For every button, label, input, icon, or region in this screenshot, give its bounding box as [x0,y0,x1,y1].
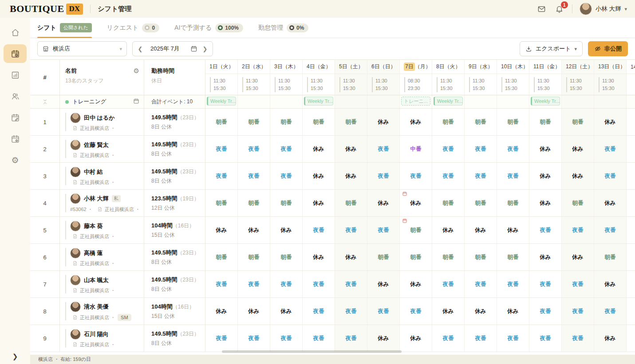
shift-cell[interactable]: 夜番 [205,136,238,162]
shift-cell[interactable]: 夜番 [465,163,497,189]
shift-cell[interactable]: 休み [465,298,497,325]
shift-cell[interactable]: 休み [367,109,400,135]
shift-cell[interactable]: 朝番 [270,190,303,216]
shift-cell[interactable]: 休み [529,190,562,216]
training-day-cell[interactable]: Weekly Tr... [205,95,238,108]
shift-cell[interactable]: 朝番 [400,244,432,270]
training-event-badge[interactable]: Weekly Tr... [434,97,463,106]
next-month-button[interactable]: ❯ [197,42,213,56]
shift-cell[interactable]: 夜番 [367,163,400,189]
shift-cell[interactable]: 休み [303,244,335,270]
employee-name-cell[interactable]: 藤本 葵正社員横浜店 ・ [60,217,144,243]
shift-cell[interactable]: 朝番 [432,190,465,216]
day-column-header[interactable]: 14 [627,60,635,95]
shift-cell[interactable]: 休み [529,136,562,162]
shift-cell[interactable]: 朝番 [529,109,562,135]
shift-cell[interactable]: 休み [562,136,594,162]
shift-cell[interactable]: 休み [303,163,335,189]
shift-cell[interactable]: 夜番 [432,271,465,297]
day-column-header[interactable]: 12日（土）11:3015:30 [562,60,594,95]
shift-cell[interactable]: 休み [594,271,627,297]
shift-cell[interactable]: 夜番 [205,325,238,352]
training-event-badge[interactable]: Weekly Tr... [531,97,560,106]
shift-cell[interactable]: 夜番 [465,136,497,162]
shift-cell[interactable]: 朝番 [465,244,497,270]
training-day-cell[interactable]: Weekly Tr... [529,95,562,108]
shift-cell[interactable]: 休み [335,163,367,189]
day-column-header[interactable]: 2日（水）11:3015:30 [238,60,270,95]
shift-cell[interactable]: 休み [270,217,303,243]
shift-cell[interactable]: 朝番 [562,190,594,216]
shift-cell[interactable]: 朝番 [465,190,497,216]
day-column-header[interactable]: 6日（日）11:3015:30 [367,60,400,95]
day-column-header[interactable]: 13日（日）11:3015:30 [594,60,627,95]
shift-cell[interactable]: 朝番 [303,109,335,135]
shift-cell[interactable]: 夜番 [238,325,270,352]
shift-cell[interactable]: 夜番 [400,298,432,325]
shift-cell[interactable]: 休み [594,190,627,216]
shift-cell[interactable]: 休み [432,298,465,325]
shift-cell[interactable]: 夜番 [594,217,627,243]
shift-cell[interactable]: 夜番 [335,325,367,352]
shift-cell[interactable]: 夜番 [594,298,627,325]
shift-cell[interactable]: 夜番 [432,325,465,352]
employee-name-cell[interactable]: 小林 大輝私#53062 ・正社員横浜店 ・SD [60,190,144,216]
shift-cell[interactable]: 夜番 [335,217,367,243]
training-day-cell[interactable] [367,95,400,108]
shift-cell[interactable]: 休み [594,109,627,135]
shift-cell[interactable]: 夜番 [400,163,432,189]
shift-cell[interactable]: 朝番 [594,244,627,270]
user-menu[interactable]: 小林 大輝 ▾ [580,3,627,15]
shift-cell[interactable]: 朝番 [497,109,529,135]
shift-cell[interactable]: 夜番 [562,298,594,325]
shift-cell[interactable]: 夜番 [270,271,303,297]
shift-cell[interactable]: 夜番 [238,271,270,297]
shift-cell[interactable]: 休み [432,217,465,243]
shift-cell[interactable]: 夜番 [529,325,562,352]
shift-cell[interactable]: 休み [238,217,270,243]
shift-cell[interactable]: 朝番 [205,190,238,216]
shift-cell[interactable]: 夜番 [238,163,270,189]
shift-cell[interactable] [627,190,635,216]
sidebar-item-home[interactable] [4,23,27,42]
shift-cell[interactable]: 朝番 [205,244,238,270]
shift-cell[interactable]: 休み [205,217,238,243]
training-day-cell[interactable]: Weekly Tr... [432,95,465,108]
day-column-header[interactable]: 1日（火）11:3015:30 [205,60,238,95]
shift-cell[interactable]: 夜番 [529,217,562,243]
shift-cell[interactable]: 夜番 [238,136,270,162]
sidebar-item-analytics[interactable] [4,66,27,84]
shift-cell[interactable]: 夜番 [335,298,367,325]
employee-name-cell[interactable]: 石川 陽向正社員横浜店 ・ [60,325,144,352]
employee-name-cell[interactable]: 佐藤 賢太正社員横浜店 ・ [60,136,144,162]
shift-cell[interactable]: 夜番 [562,271,594,297]
tab-attendance[interactable]: 勤怠管理0% [258,18,308,38]
shift-cell[interactable]: 夜番 [562,217,594,243]
shift-cell[interactable]: 朝番 [497,190,529,216]
sidebar-expand-button[interactable]: ❯ [0,352,30,360]
shift-cell[interactable]: 朝番 [205,109,238,135]
notifications-button[interactable]: 1 [554,4,565,14]
shift-cell[interactable]: 朝番 [238,244,270,270]
training-day-cell[interactable] [238,95,270,108]
shift-cell[interactable]: 休み [562,244,594,270]
shift-cell[interactable]: 夜番 [465,271,497,297]
shift-cell[interactable]: 休み [400,109,432,135]
shift-cell[interactable]: 夜番 [465,325,497,352]
shift-cell[interactable]: 夜番 [270,163,303,189]
day-column-header[interactable]: 3日（木）11:3015:30 [270,60,303,95]
shift-cell[interactable]: 休み [303,136,335,162]
shift-cell[interactable]: 夜番 [594,163,627,189]
shift-cell[interactable]: 朝番 [497,244,529,270]
shift-cell[interactable]: 夜番 [303,298,335,325]
shift-cell[interactable] [627,136,635,162]
shift-cell[interactable]: 朝番 [465,109,497,135]
shift-cell[interactable]: 朝番 [400,217,432,243]
shift-cell[interactable]: 休み [497,298,529,325]
shift-cell[interactable]: 休み [400,325,432,352]
shift-cell[interactable] [627,163,635,189]
shift-cell[interactable] [627,244,635,270]
training-day-cell[interactable] [594,95,627,108]
shift-cell[interactable]: 夜番 [497,136,529,162]
day-column-header[interactable]: 4日（金）11:3015:30 [303,60,335,95]
